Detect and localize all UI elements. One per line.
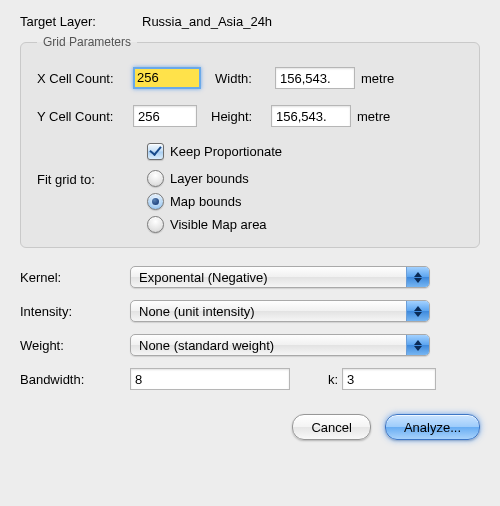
weight-label: Weight:	[20, 338, 130, 353]
cancel-button-label: Cancel	[311, 420, 351, 435]
updown-icon	[406, 301, 429, 321]
k-label: k:	[310, 372, 338, 387]
y-cell-count-label: Y Cell Count:	[37, 109, 133, 124]
fit-layer-bounds-label: Layer bounds	[170, 171, 249, 186]
x-cell-count-value: 256	[135, 69, 199, 87]
fit-grid-radio-group: Layer bounds Map bounds Visible Map area	[147, 170, 267, 233]
target-layer-row: Target Layer: Russia_and_Asia_24h	[20, 14, 480, 29]
radio-icon	[147, 193, 164, 210]
k-field[interactable]	[342, 368, 436, 390]
fit-map-bounds-label: Map bounds	[170, 194, 242, 209]
fit-map-bounds-option[interactable]: Map bounds	[147, 193, 267, 210]
width-unit: metre	[361, 71, 394, 86]
width-label: Width:	[215, 71, 275, 86]
weight-row: Weight: None (standard weight)	[20, 334, 480, 356]
intensity-value: None (unit intensity)	[139, 304, 255, 319]
y-row: Y Cell Count: Height: metre	[37, 105, 463, 127]
keep-proportionate-row[interactable]: Keep Proportionate	[147, 143, 463, 160]
intensity-row: Intensity: None (unit intensity)	[20, 300, 480, 322]
kernel-row: Kernel: Exponental (Negative)	[20, 266, 480, 288]
kernel-value: Exponental (Negative)	[139, 270, 268, 285]
updown-icon	[406, 335, 429, 355]
fit-visible-area-label: Visible Map area	[170, 217, 267, 232]
target-layer-value: Russia_and_Asia_24h	[138, 14, 272, 29]
x-cell-count-field[interactable]: 256	[133, 67, 201, 89]
dialog-panel: Target Layer: Russia_and_Asia_24h Grid P…	[0, 0, 500, 506]
bandwidth-row: Bandwidth: k:	[20, 368, 480, 390]
fit-visible-area-option[interactable]: Visible Map area	[147, 216, 267, 233]
width-field[interactable]	[275, 67, 355, 89]
y-cell-count-field[interactable]	[133, 105, 197, 127]
fit-grid-label: Fit grid to:	[37, 170, 147, 187]
kernel-label: Kernel:	[20, 270, 130, 285]
analyze-button[interactable]: Analyze...	[385, 414, 480, 440]
keep-proportionate-checkbox[interactable]	[147, 143, 164, 160]
fit-grid-row: Fit grid to: Layer bounds Map bounds Vis…	[37, 170, 463, 233]
fit-layer-bounds-option[interactable]: Layer bounds	[147, 170, 267, 187]
x-cell-count-label: X Cell Count:	[37, 71, 133, 86]
analyze-button-label: Analyze...	[404, 420, 461, 435]
height-field[interactable]	[271, 105, 351, 127]
intensity-select[interactable]: None (unit intensity)	[130, 300, 430, 322]
x-row: X Cell Count: 256 Width: metre	[37, 67, 463, 89]
bandwidth-field[interactable]	[130, 368, 290, 390]
kernel-select[interactable]: Exponental (Negative)	[130, 266, 430, 288]
cancel-button[interactable]: Cancel	[292, 414, 370, 440]
grid-parameters-legend: Grid Parameters	[37, 35, 137, 49]
grid-parameters-group: Grid Parameters X Cell Count: 256 Width:…	[20, 35, 480, 248]
height-label: Height:	[211, 109, 271, 124]
radio-icon	[147, 170, 164, 187]
keep-proportionate-label: Keep Proportionate	[170, 144, 282, 159]
bandwidth-label: Bandwidth:	[20, 372, 130, 387]
weight-value: None (standard weight)	[139, 338, 274, 353]
intensity-label: Intensity:	[20, 304, 130, 319]
weight-select[interactable]: None (standard weight)	[130, 334, 430, 356]
height-unit: metre	[357, 109, 390, 124]
updown-icon	[406, 267, 429, 287]
radio-icon	[147, 216, 164, 233]
target-layer-label: Target Layer:	[20, 14, 138, 29]
dialog-buttons: Cancel Analyze...	[20, 414, 480, 440]
